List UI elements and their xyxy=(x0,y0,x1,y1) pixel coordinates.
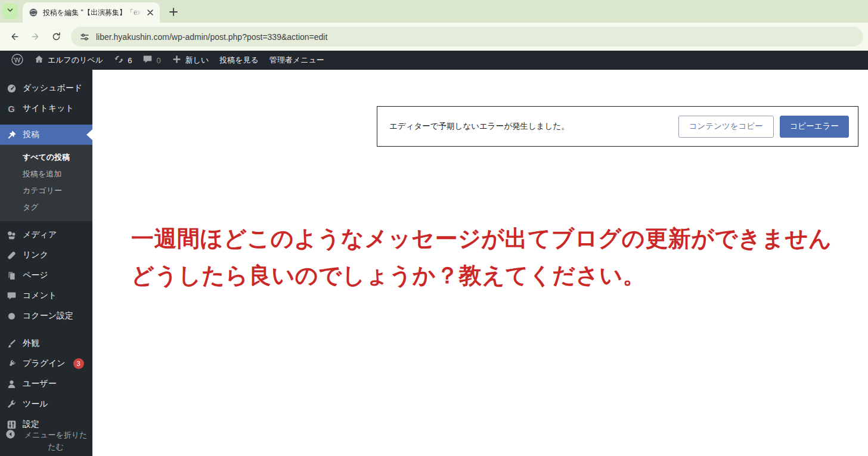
wordpress-logo-icon xyxy=(11,54,23,67)
browser-toolbar: liber.hyakushin.com/wp-admin/post.php?po… xyxy=(0,23,868,51)
submenu-add-post[interactable]: 投稿を追加 xyxy=(0,166,92,182)
tab-search-button[interactable] xyxy=(2,4,18,19)
comment-icon xyxy=(5,290,17,302)
sidebar-item-dashboard[interactable]: ダッシュボード xyxy=(0,78,92,98)
reload-button[interactable] xyxy=(46,27,66,46)
url-text: liber.hyakushin.com/wp-admin/post.php?po… xyxy=(96,32,327,42)
annotation-text: 一週間ほどこのようなメッセージが出てブログの更新ができません どうしたら良いので… xyxy=(131,220,832,294)
dashboard-icon xyxy=(5,82,17,94)
submenu-tags[interactable]: タグ xyxy=(0,199,92,216)
updates-icon xyxy=(114,54,124,66)
collapse-menu-button[interactable]: メニューを折りたたむ xyxy=(0,426,92,455)
appearance-icon xyxy=(5,337,17,349)
updates-menu[interactable]: 6 xyxy=(108,51,137,70)
sidebar-item-media[interactable]: メディア xyxy=(0,225,92,245)
sidebar-item-tools[interactable]: ツール xyxy=(0,394,92,414)
submenu-all-posts[interactable]: すべての投稿 xyxy=(0,149,92,166)
sidebar-item-posts[interactable]: 投稿 xyxy=(0,125,92,145)
annotation-line2: どうしたら良いのでしょうか？教えてください。 xyxy=(131,257,832,294)
annotation-line1: 一週間ほどこのようなメッセージが出てブログの更新ができません xyxy=(131,220,832,257)
chevron-down-icon xyxy=(6,6,14,17)
admin-menu-link[interactable]: 管理者メニュー xyxy=(264,51,330,70)
comments-count: 0 xyxy=(156,56,160,65)
sidebar-item-users[interactable]: ユーザー xyxy=(0,374,92,394)
new-content-menu[interactable]: 新しい xyxy=(166,51,215,70)
media-icon xyxy=(5,229,17,241)
editor-content-area: エディターで予期しないエラーが発生しました。 コンテンツをコピー コピーエラー … xyxy=(92,70,868,456)
sidebar-item-appearance[interactable]: 外観 xyxy=(0,333,92,353)
collapse-arrow-icon xyxy=(5,429,17,441)
wp-logo-menu[interactable] xyxy=(6,51,29,70)
sidebar-item-cocoon-settings[interactable]: コクーン設定 xyxy=(0,306,92,326)
tab-close-button[interactable] xyxy=(145,8,155,17)
submenu-categories[interactable]: カテゴリー xyxy=(0,182,92,199)
link-icon xyxy=(5,249,17,261)
forward-button[interactable] xyxy=(26,27,45,46)
error-message: エディターで予期しないエラーが発生しました。 xyxy=(389,121,678,132)
plugins-update-badge: 3 xyxy=(73,358,84,369)
sidebar-item-comments[interactable]: コメント xyxy=(0,286,92,306)
sidebar-item-plugins[interactable]: プラグイン 3 xyxy=(0,353,92,374)
copy-error-button[interactable]: コピーエラー xyxy=(780,116,849,138)
users-icon xyxy=(5,378,17,390)
tools-icon xyxy=(5,398,17,410)
plugins-icon xyxy=(5,358,17,370)
sidebar-item-pages[interactable]: ページ xyxy=(0,265,92,286)
copy-content-button[interactable]: コンテンツをコピー xyxy=(678,116,774,138)
site-name-menu[interactable]: エルフのリベル xyxy=(29,51,108,70)
home-icon xyxy=(34,54,44,66)
site-name: エルフのリベル xyxy=(48,55,103,66)
browser-tab-active[interactable]: 投稿を編集 "【出演募集】「exPoP! xyxy=(23,2,160,23)
tab-title: 投稿を編集 "【出演募集】「exPoP! xyxy=(43,8,142,18)
browser-tab-strip: 投稿を編集 "【出演募集】「exPoP! xyxy=(0,0,868,23)
sitekit-icon: G xyxy=(5,103,17,114)
wp-admin-bar: エルフのリベル 6 0 新しい 投稿を見る 管理者メニュー xyxy=(0,51,868,70)
cocoon-icon xyxy=(5,310,17,322)
plus-icon xyxy=(172,54,182,66)
posts-submenu: すべての投稿 投稿を追加 カテゴリー タグ xyxy=(0,145,92,221)
current-item-arrow xyxy=(86,129,92,140)
updates-count: 6 xyxy=(128,56,132,65)
globe-favicon-icon xyxy=(29,8,38,17)
comment-icon xyxy=(142,54,153,66)
new-label: 新しい xyxy=(185,55,209,66)
pages-icon xyxy=(5,269,17,281)
sidebar-item-links[interactable]: リンク xyxy=(0,245,92,265)
comments-menu[interactable]: 0 xyxy=(137,51,166,70)
view-post-link[interactable]: 投稿を見る xyxy=(214,51,264,70)
back-button[interactable] xyxy=(5,27,24,46)
editor-error-dialog: エディターで予期しないエラーが発生しました。 コンテンツをコピー コピーエラー xyxy=(377,106,858,147)
address-bar[interactable]: liber.hyakushin.com/wp-admin/post.php?po… xyxy=(71,27,863,46)
sidebar-item-sitekit[interactable]: G サイトキット xyxy=(0,98,92,119)
pin-icon xyxy=(5,129,17,141)
site-info-icon[interactable] xyxy=(79,32,90,42)
new-tab-button[interactable] xyxy=(166,4,181,20)
wp-admin-sidebar: ダッシュボード G サイトキット 投稿 すべての投稿 投稿を追加 カテゴリー タ… xyxy=(0,70,92,456)
